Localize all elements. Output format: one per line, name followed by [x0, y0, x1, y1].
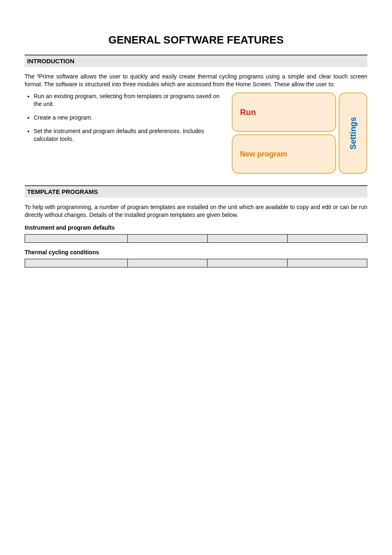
bullet-set-defaults: Set the instrument and program defaults … — [34, 127, 223, 143]
th-blank — [25, 259, 128, 267]
templates-paragraph: To help with programming, a number of pr… — [25, 203, 367, 219]
intro-paragraph: The ³Prime software allows the user to q… — [25, 73, 367, 88]
th-rtpcr — [287, 235, 367, 243]
bullet-run-existing: Run an existing program, selecting from … — [34, 92, 223, 108]
th2-rtpcr — [287, 259, 367, 267]
new-program-button[interactable]: New program — [232, 134, 336, 174]
th2-2step — [127, 259, 207, 267]
th-3step — [208, 235, 287, 243]
page-title: GENERAL SOFTWARE FEATURES — [25, 33, 367, 47]
section-heading-introduction: INTRODUCTION — [25, 55, 367, 67]
table-thermal-cycling — [25, 259, 367, 267]
settings-button[interactable]: Settings — [339, 92, 367, 174]
table-instrument-defaults — [25, 234, 367, 243]
ui-screenshot: Run New program Settings — [232, 92, 367, 174]
th2-3step — [208, 259, 287, 267]
section-heading-templates: TEMPLATE PROGRAMS — [25, 185, 367, 198]
subhead-thermal-cycling: Thermal cycling conditions — [25, 249, 367, 256]
th-parameter — [25, 235, 128, 243]
th-2step — [127, 235, 207, 243]
intro-bullets-column: Run an existing program, selecting from … — [25, 92, 224, 174]
subhead-instrument-defaults: Instrument and program defaults — [25, 224, 367, 232]
run-button[interactable]: Run — [232, 92, 336, 132]
settings-label: Settings — [348, 117, 359, 150]
bullet-create-new: Create a new program. — [34, 114, 223, 122]
